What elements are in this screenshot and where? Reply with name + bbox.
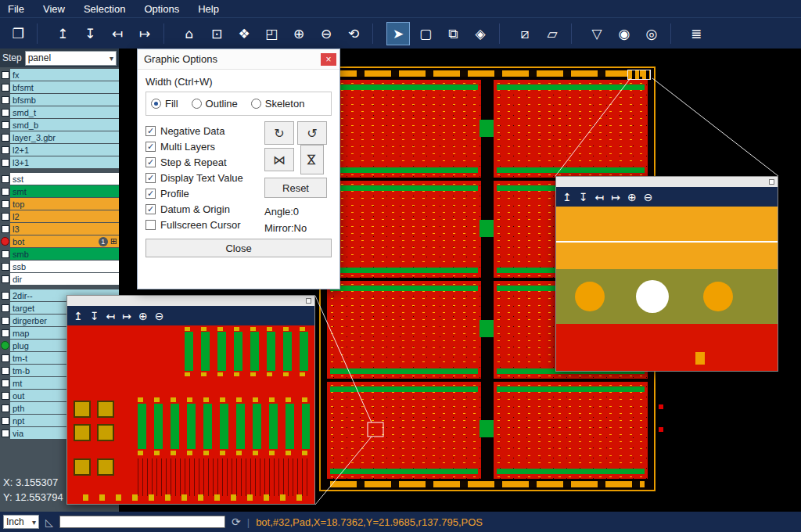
- layer-checkbox[interactable]: [0, 237, 10, 246]
- mirror-vertical-icon[interactable]: ⋈: [264, 148, 294, 171]
- layer-checkbox[interactable]: [0, 159, 10, 167]
- layer-checkbox[interactable]: [0, 417, 10, 425]
- layer-checkbox[interactable]: [0, 146, 10, 154]
- magnifier-titlebar[interactable]: [67, 296, 314, 306]
- home-view-icon[interactable]: ⌂: [178, 22, 201, 45]
- ruler-icon[interactable]: ▱: [541, 22, 564, 45]
- checkbox-step-repeat[interactable]: ✓Step & Repeat: [145, 156, 264, 168]
- layer-row[interactable]: top: [0, 198, 119, 210]
- layer-checkbox[interactable]: [0, 367, 10, 375]
- menu-item-options[interactable]: Options: [144, 3, 179, 15]
- snap-corner-icon[interactable]: ◺: [45, 516, 53, 528]
- zoom-window-icon[interactable]: ⊡: [205, 22, 228, 45]
- menu-item-help[interactable]: Help: [198, 3, 219, 15]
- dialog-titlebar[interactable]: Graphic Options ×: [138, 49, 339, 70]
- layer-row[interactable]: sst: [0, 173, 119, 185]
- line-tool-icon[interactable]: ⧄: [513, 22, 537, 45]
- layer-color-cell[interactable]: top: [10, 198, 119, 210]
- zoom-out-icon[interactable]: ⊖: [644, 191, 653, 203]
- export-right-icon[interactable]: ↦: [611, 191, 620, 203]
- menu-item-file[interactable]: File: [8, 3, 24, 15]
- import-bottom-icon[interactable]: ↧: [78, 22, 102, 45]
- checkbox-negative-data[interactable]: ✓Negative Data: [145, 124, 264, 137]
- zoom-out-icon[interactable]: ⊖: [155, 310, 164, 322]
- export-right-icon[interactable]: ↦: [122, 310, 131, 322]
- layer-checkbox[interactable]: [0, 96, 10, 104]
- rotate-cw-icon[interactable]: ↻: [264, 121, 294, 145]
- magnifier-window-1[interactable]: ↥↧↤↦⊕⊖: [66, 295, 315, 505]
- zoom-in-icon[interactable]: ⊕: [287, 22, 311, 45]
- open-folder-icon[interactable]: ❐: [6, 22, 30, 45]
- layer-color-cell[interactable]: l2+1: [10, 144, 119, 156]
- layer-checkbox[interactable]: [0, 188, 10, 196]
- window-control-icon[interactable]: [306, 298, 311, 304]
- select-page-icon[interactable]: ◰: [260, 22, 283, 45]
- eye-icon[interactable]: ◉: [612, 22, 636, 45]
- menu-item-view[interactable]: View: [43, 3, 65, 15]
- layer-color-cell[interactable]: bot1⊞: [10, 235, 119, 247]
- layer-row[interactable]: l2: [0, 210, 119, 222]
- radio-outline[interactable]: Outline: [192, 98, 238, 110]
- zoom-out-icon[interactable]: ⊖: [314, 22, 338, 45]
- command-input[interactable]: [59, 516, 225, 528]
- export-right-icon[interactable]: ↦: [133, 22, 156, 45]
- layer-checkbox[interactable]: [0, 134, 10, 142]
- layer-color-cell[interactable]: ssb: [10, 261, 119, 272]
- layer-color-cell[interactable]: smd_b: [10, 119, 119, 131]
- layer-color-cell[interactable]: smt: [10, 185, 119, 197]
- layer-color-cell[interactable]: l3: [10, 223, 119, 235]
- layer-checkbox[interactable]: [0, 392, 10, 400]
- export-left-icon[interactable]: ↤: [106, 22, 129, 45]
- radio-fill[interactable]: Fill: [151, 98, 178, 110]
- close-button[interactable]: Close: [145, 239, 332, 257]
- layer-checkbox[interactable]: [0, 341, 10, 350]
- layer-checkbox[interactable]: [0, 121, 10, 129]
- layer-checkbox[interactable]: [0, 379, 10, 387]
- zoom-in-icon[interactable]: ⊕: [627, 191, 637, 203]
- layer-row[interactable]: l3: [0, 223, 119, 235]
- layer-checkbox[interactable]: [0, 292, 10, 300]
- import-top-icon[interactable]: ↥: [562, 191, 572, 203]
- layer-checkbox[interactable]: [0, 275, 10, 283]
- select-arrow-icon[interactable]: ➤: [386, 22, 410, 45]
- layer-color-cell[interactable]: dir: [10, 273, 119, 285]
- menu-item-selection[interactable]: Selection: [84, 3, 125, 15]
- report-icon[interactable]: ≣: [684, 22, 708, 45]
- layer-row[interactable]: smt: [0, 185, 119, 197]
- filter-icon[interactable]: ▽: [585, 22, 609, 45]
- layer-checkbox[interactable]: [0, 213, 10, 221]
- checkbox-datum-origin[interactable]: ✓Datum & Origin: [145, 203, 264, 215]
- layer-row[interactable]: l3+1: [0, 156, 119, 168]
- export-left-icon[interactable]: ↤: [106, 310, 115, 322]
- layer-checkbox[interactable]: [0, 84, 10, 92]
- layer-checkbox[interactable]: [0, 109, 10, 117]
- layer-row[interactable]: bfsmb: [0, 94, 119, 106]
- magnifier-window-2[interactable]: ↥↧↤↦⊕⊖: [555, 176, 778, 372]
- layer-checkbox[interactable]: [0, 200, 10, 208]
- close-icon[interactable]: ×: [321, 53, 336, 66]
- layer-row[interactable]: ssb: [0, 261, 119, 272]
- layer-color-cell[interactable]: smd_t: [10, 106, 119, 118]
- reset-button[interactable]: Reset: [264, 178, 327, 198]
- mirror-diagonal-icon[interactable]: ⋈: [300, 145, 324, 174]
- checkbox-fullscreen-cursor[interactable]: Fullscreen Cursor: [145, 218, 264, 231]
- group-select-icon[interactable]: ⧉: [441, 22, 465, 45]
- step-select[interactable]: panel ▾: [25, 51, 117, 66]
- layer-checkbox[interactable]: [0, 175, 10, 183]
- transform-tool-icon[interactable]: ◈: [469, 22, 492, 45]
- zoom-previous-icon[interactable]: ⟲: [342, 22, 365, 45]
- layer-color-cell[interactable]: layer_3.gbr: [10, 131, 119, 143]
- rect-select-icon[interactable]: ▢: [414, 22, 437, 45]
- import-top-icon[interactable]: ↥: [74, 310, 83, 322]
- layer-checkbox[interactable]: [0, 354, 10, 362]
- layer-color-cell[interactable]: bfsmt: [10, 81, 119, 93]
- layer-color-cell[interactable]: l3+1: [10, 156, 119, 168]
- layer-checkbox[interactable]: [0, 329, 10, 337]
- grid-icon[interactable]: ⊞: [110, 236, 117, 246]
- window-control-icon[interactable]: [769, 179, 774, 185]
- layer-checkbox[interactable]: [0, 225, 10, 233]
- import-bottom-icon[interactable]: ↧: [579, 191, 588, 203]
- layer-row[interactable]: bfsmt: [0, 81, 119, 93]
- layer-color-cell[interactable]: smb: [10, 248, 119, 260]
- pan-hand-icon[interactable]: ❖: [232, 22, 256, 45]
